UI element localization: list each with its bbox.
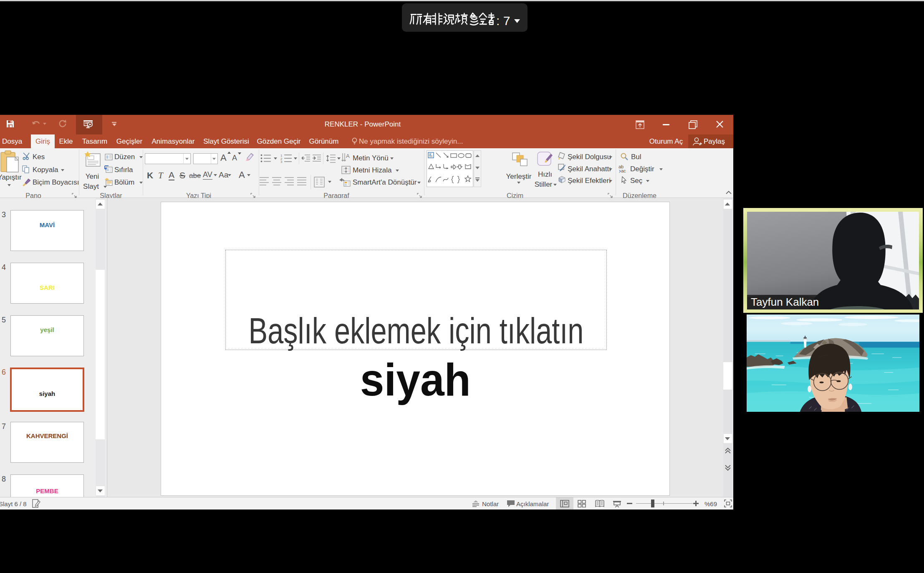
svg-text:A: A [429,153,432,157]
svg-text:ac: ac [621,168,626,173]
svg-text:: 7: : 7 [496,14,510,28]
svg-text:A: A [346,153,350,159]
svg-text:3: 3 [280,160,283,163]
